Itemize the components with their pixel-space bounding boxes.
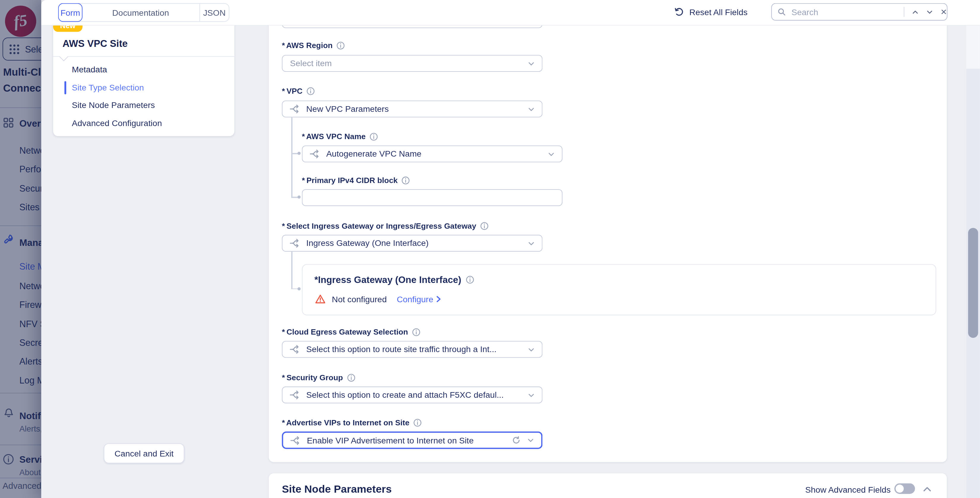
cloud-egress-label: * Cloud Egress Gateway Selection	[282, 328, 420, 336]
toggle-knob	[896, 485, 904, 493]
info-icon[interactable]	[306, 87, 315, 95]
active-step-indicator	[64, 81, 66, 94]
search-close-icon[interactable]	[940, 8, 947, 16]
gateway-choice-label: * Select Ingress Gateway or Ingress/Egre…	[282, 222, 488, 230]
scrollbar-track[interactable]	[966, 25, 980, 498]
info-icon[interactable]	[466, 275, 474, 284]
info-icon[interactable]	[412, 328, 420, 336]
info-icon[interactable]	[369, 132, 378, 141]
search-box	[771, 3, 948, 21]
aws-vpc-name-select[interactable]: Autogenerate VPC Name	[302, 146, 563, 163]
tab-form[interactable]: Form	[59, 4, 82, 21]
oneof-branch-icon	[290, 103, 300, 114]
gateway-choice-select[interactable]: Ingress Gateway (One Interface)	[282, 235, 542, 252]
reset-all-fields-button[interactable]: Reset All Fields	[674, 6, 748, 17]
oneof-branch-icon	[309, 149, 320, 159]
info-icon[interactable]	[480, 222, 488, 230]
cancel-and-exit-button[interactable]: Cancel and Exit	[103, 443, 185, 463]
show-advanced-fields-toggle[interactable]	[894, 483, 915, 494]
advertise-vips-select[interactable]: Enable VIP Advertisement to Internet on …	[282, 431, 542, 449]
primary-cidr-input[interactable]	[302, 189, 563, 206]
wizard-title: AWS VPC Site	[63, 38, 128, 49]
security-group-label: * Security Group	[282, 373, 355, 382]
gateway-choice-value: Ingress Gateway (One Interface)	[306, 238, 429, 248]
chevron-down-icon	[528, 105, 535, 113]
undo-icon	[674, 6, 685, 17]
search-next-chevron-down-icon[interactable]	[926, 8, 933, 16]
tab-json[interactable]: JSON	[200, 4, 229, 21]
section-title: Site Node Parameters	[282, 483, 391, 496]
primary-cidr-label: * Primary IPv4 CIDR block	[302, 176, 410, 185]
app-viewport: f5 Selec Multi-Cl Connec Over Netwo Perf…	[0, 0, 980, 498]
security-group-value: Select this option to create and attach …	[306, 390, 504, 400]
step-site-type-selection[interactable]: Site Type Selection	[72, 83, 144, 92]
nest-connector-line	[291, 252, 292, 289]
oneof-branch-icon	[290, 238, 300, 249]
nest-connector-dot	[298, 195, 301, 199]
modal-header: Form Documentation JSON Reset All Fields	[41, 0, 980, 25]
warning-triangle-icon	[315, 294, 326, 305]
oneof-branch-icon	[290, 390, 300, 400]
nest-connector-line	[291, 288, 298, 289]
info-icon[interactable]	[413, 418, 422, 427]
cloud-egress-value: Select this option to route site traffic…	[306, 345, 497, 354]
oneof-branch-icon	[290, 344, 300, 355]
oneof-branch-icon	[290, 435, 301, 446]
aws-vpc-name-label: * AWS VPC Name	[302, 132, 378, 141]
form-card: * AWS Region Select item * VPC New VPC P…	[269, 13, 947, 462]
reset-all-fields-label: Reset All Fields	[689, 7, 748, 17]
info-icon[interactable]	[347, 373, 355, 382]
nest-connector-line	[291, 153, 298, 154]
vpc-label: * VPC	[282, 87, 315, 95]
aws-region-label: * AWS Region	[282, 41, 345, 50]
chevron-down-icon	[528, 239, 535, 247]
cloud-egress-select[interactable]: Select this option to route site traffic…	[282, 341, 542, 358]
info-icon[interactable]	[401, 176, 410, 185]
configure-link[interactable]: Configure	[397, 295, 441, 304]
security-group-select[interactable]: Select this option to create and attach …	[282, 387, 542, 403]
view-mode-tabs: Form Documentation JSON	[58, 3, 229, 22]
advertise-vips-value: Enable VIP Advertisement to Internet on …	[307, 435, 474, 445]
tab-documentation[interactable]: Documentation	[82, 4, 200, 21]
step-metadata[interactable]: Metadata	[72, 65, 107, 75]
site-wizard-modal: Form Documentation JSON Reset All Fields	[41, 0, 980, 498]
nest-connector-line	[291, 197, 298, 198]
aws-region-placeholder: Select item	[290, 59, 332, 68]
advertise-vips-label: * Advertise VIPs to Internet on Site	[282, 418, 422, 427]
step-site-node-parameters[interactable]: Site Node Parameters	[72, 100, 155, 110]
chevron-down-icon	[547, 150, 555, 157]
step-advanced-configuration[interactable]: Advanced Configuration	[72, 119, 162, 128]
chevron-down-icon	[528, 60, 535, 67]
aws-region-select[interactable]: Select item	[282, 55, 542, 72]
refresh-icon[interactable]	[512, 436, 520, 444]
chevron-right-icon	[436, 295, 441, 303]
info-icon[interactable]	[336, 41, 345, 50]
wizard-divider	[53, 56, 234, 57]
chevron-down-icon	[527, 436, 535, 444]
modal-dim-overlay	[0, 0, 41, 498]
chevron-down-icon	[528, 346, 535, 353]
site-node-parameters-card: Site Node Parameters Show Advanced Field…	[269, 473, 947, 498]
nest-connector-line	[291, 117, 292, 197]
aws-vpc-name-value: Autogenerate VPC Name	[326, 149, 422, 159]
ingress-gateway-card: *Ingress Gateway (One Interface) Not con…	[302, 264, 936, 315]
collapse-section-chevron-up-icon[interactable]	[923, 486, 932, 493]
search-icon	[778, 7, 786, 17]
scrollbar-thumb[interactable]	[968, 228, 978, 338]
ingress-status-text: Not configured	[332, 295, 387, 304]
search-divider	[904, 7, 905, 17]
wizard-divider-notch	[59, 52, 68, 62]
nest-connector-dot	[298, 287, 301, 290]
chevron-down-icon	[528, 391, 535, 399]
search-prev-chevron-up-icon[interactable]	[912, 8, 919, 16]
ingress-card-title: *Ingress Gateway (One Interface)	[314, 274, 474, 285]
nest-connector-dot	[298, 152, 301, 155]
vpc-value: New VPC Parameters	[306, 105, 389, 114]
vpc-select[interactable]: New VPC Parameters	[282, 100, 542, 117]
wizard-nav-card: New AWS VPC Site Metadata Site Type Sele…	[53, 11, 234, 136]
search-input[interactable]	[790, 6, 886, 17]
show-advanced-fields-label: Show Advanced Fields	[805, 485, 891, 495]
